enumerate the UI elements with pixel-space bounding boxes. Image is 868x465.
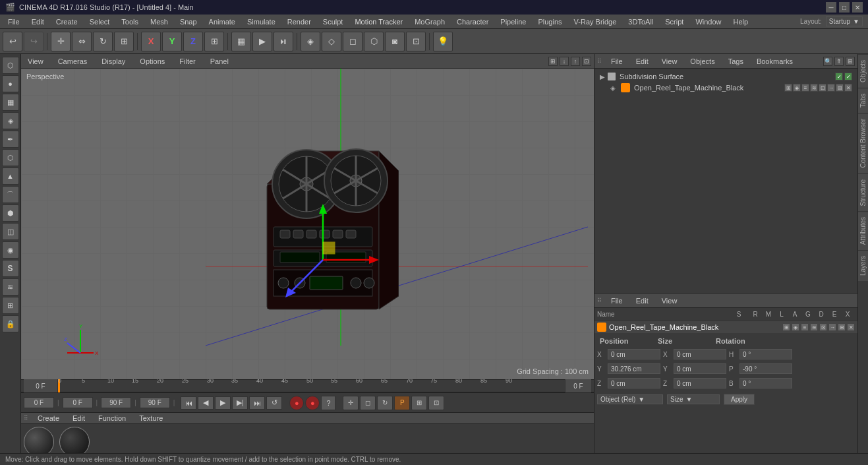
object-mode-button[interactable]: ⬡ [364,32,384,51]
select-anim-button[interactable]: ◻ [360,396,376,410]
om-object-row[interactable]: ◈ Open_Reel_Tape_Machine_Black ⊞ ◈ ≡ ≋ ⊡… [597,82,855,94]
om-file-menu[interactable]: File [607,56,627,67]
om-icon-3[interactable]: ⊞ [846,57,855,66]
menu-sculpt[interactable]: Sculpt [318,16,349,27]
grid-anim-button[interactable]: ⊞ [411,396,427,410]
om-obj-icon-7[interactable]: ⊞ [836,84,844,92]
attr-obj-icon-4[interactable]: ≋ [810,323,818,331]
attributes-tab[interactable]: Attributes [858,211,868,250]
p-key-button[interactable]: P [394,396,410,410]
menu-select[interactable]: Select [84,16,115,27]
prev-frame-button[interactable]: ◀ [198,396,214,410]
all-axis-button[interactable]: ⊞ [204,32,224,51]
viewport-cameras-menu[interactable]: Cameras [54,56,92,67]
viewport-view-menu[interactable]: View [24,56,47,67]
rotate-anim-button[interactable]: ↻ [377,396,393,410]
smooth-button[interactable]: ≋ [2,278,19,295]
uvw-mode-button[interactable]: ◙ [385,32,405,51]
attr-object-row[interactable]: Open_Reel_Tape_Machine_Black ⊞ ◈ ≡ ≋ ⊡ →… [594,321,857,333]
om-obj-icon-2[interactable]: ◈ [793,84,801,92]
object-rel-dropdown[interactable]: Object (Rel) ▼ [597,394,663,404]
h-rotation-input[interactable] [739,349,792,359]
viewport-filter-menu[interactable]: Filter [175,56,199,67]
transform-button[interactable]: ⊞ [114,32,134,51]
auto-key-button[interactable]: ● [305,396,320,410]
size-dropdown[interactable]: Size ▼ [667,394,720,404]
attr-obj-icon-7[interactable]: ⊞ [838,323,846,331]
om-obj-icon-4[interactable]: ≋ [810,84,818,92]
frame-field-out[interactable]: 90 F [140,397,170,408]
menu-3dtoall[interactable]: 3DToAll [623,16,658,27]
p-rotation-input[interactable] [739,363,792,374]
menu-edit[interactable]: Edit [26,16,49,27]
next-frame-button[interactable]: ▶| [232,396,248,410]
sphere-tool-button[interactable]: ● [2,75,19,92]
expand-anim-button[interactable]: ⊡ [428,396,444,410]
rotate-tool-button[interactable]: ↻ [93,32,113,51]
om-subdivision-row[interactable]: ▶ Subdivision Surface ✓ ✓ [597,71,855,82]
tabs-tab[interactable]: Tabs [858,88,868,113]
attr-obj-icon-8[interactable]: ✕ [847,323,855,331]
extrude-button[interactable]: ▲ [2,168,19,185]
menu-pipeline[interactable]: Pipeline [495,16,531,27]
keyframe-button[interactable]: ? [321,396,335,410]
knife-button[interactable]: ⌒ [2,186,19,203]
go-to-start-button[interactable]: ⏮ [181,396,196,410]
move-tool-button[interactable]: ✛ [51,32,71,51]
pen-tool-button[interactable]: ✒ [2,131,19,148]
y-axis-button[interactable]: Y [162,32,182,51]
polys-mode-button[interactable]: ◻ [343,32,362,51]
objects-tab[interactable]: Objects [858,54,868,88]
menu-vray[interactable]: V-Ray Bridge [569,16,622,27]
om-obj-icon-6[interactable]: → [827,84,835,92]
object-place-button[interactable]: ◈ [2,112,19,129]
record-button[interactable]: ● [289,396,304,410]
frame-field-current[interactable]: 0 F [63,397,93,408]
x-size-input[interactable] [674,349,726,359]
s-tool-button[interactable]: S [2,260,19,277]
attr-obj-icon-1[interactable]: ⊞ [782,323,790,331]
om-bookmarks-menu[interactable]: Bookmarks [753,56,797,67]
light-button[interactable]: 💡 [433,32,453,51]
layers-tab[interactable]: Layers [858,250,868,281]
maximize-button[interactable]: □ [839,2,850,13]
loop-button[interactable]: ↺ [266,396,282,410]
attr-obj-icon-5[interactable]: ⊡ [819,323,827,331]
material-function-menu[interactable]: Function [94,413,130,423]
render-button[interactable]: ⏯ [274,32,293,51]
attr-obj-icon-6[interactable]: → [828,323,836,331]
redo-button[interactable]: ↪ [24,32,43,51]
apply-button[interactable]: Apply [724,394,755,405]
loop-cut-button[interactable]: ◫ [2,223,19,240]
viewport-options-menu[interactable]: Options [136,56,169,67]
om-obj-icon-1[interactable]: ⊞ [784,84,792,92]
menu-script[interactable]: Script [660,16,689,27]
om-search-icon[interactable]: 🔍 [823,57,832,66]
timeline-ruler[interactable]: 0 F 0 5 10 15 20 25 30 35 40 4 [21,379,594,392]
viewport-icon-2[interactable]: ↓ [560,57,569,66]
om-objects-menu[interactable]: Objects [686,56,718,67]
om-edit-menu[interactable]: Edit [632,56,652,67]
y-position-input[interactable] [608,363,660,374]
menu-tools[interactable]: Tools [116,16,144,27]
content-browser-tab[interactable]: Content Browser [858,113,868,173]
om-obj-icon-5[interactable]: ⊡ [819,84,826,92]
texture-mode-button[interactable]: ⊡ [406,32,426,51]
om-check-icon[interactable]: ✓ [835,73,843,80]
b-rotation-input[interactable] [739,378,792,388]
frame-field-end[interactable]: 90 F [101,397,131,408]
structure-tab[interactable]: Structure [858,173,868,212]
plane-tool-button[interactable]: ▦ [2,94,19,111]
viewport-expand-button[interactable]: ⊡ [582,57,591,66]
menu-help[interactable]: Help [728,16,754,27]
play-button[interactable]: ▶ [215,396,231,410]
go-to-end-button[interactable]: ⏭ [249,396,265,410]
z-position-input[interactable] [608,378,660,388]
attr-obj-icon-2[interactable]: ◈ [792,323,799,331]
render-region-button[interactable]: ▦ [231,32,251,51]
attr-file-menu[interactable]: File [607,295,627,306]
om-view-menu[interactable]: View [658,56,681,67]
close-button[interactable]: ✕ [852,2,863,13]
material-texture-menu[interactable]: Texture [135,413,167,423]
points-mode-button[interactable]: ◈ [301,32,320,51]
